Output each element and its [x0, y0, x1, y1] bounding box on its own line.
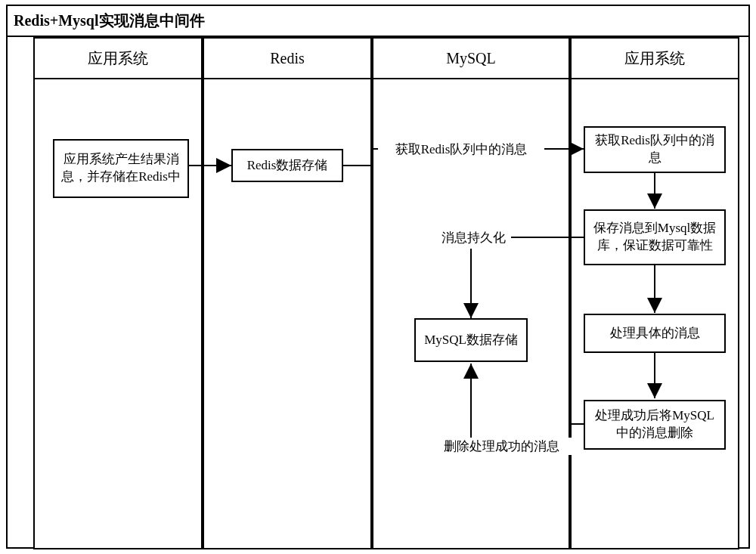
label-delete-success: 删除处理成功的消息 — [429, 438, 573, 455]
box-process-msg: 处理具体的消息 — [584, 314, 726, 353]
diagram-frame: Redis+Mysql实现消息中间件 应用系统 Redis MySQL 应用系统 — [6, 5, 750, 549]
box-save-mysql: 保存消息到Mysql数据库，保证数据可靠性 — [584, 209, 726, 265]
swimlanes: 应用系统 Redis MySQL 应用系统 — [8, 37, 748, 549]
lane-header-mysql: MySQL — [372, 37, 570, 79]
lane-header-app1: 应用系统 — [33, 37, 203, 79]
box-redis-store: Redis数据存储 — [231, 149, 343, 182]
box-delete-msg: 处理成功后将MySQL中的消息删除 — [584, 400, 726, 450]
lane-header-redis: Redis — [203, 37, 372, 79]
lane-header-app2: 应用系统 — [570, 37, 739, 79]
box-get-redis-msg: 获取Redis队列中的消息 — [584, 126, 726, 173]
label-get-redis: 获取Redis队列中的消息 — [378, 141, 544, 158]
box-mysql-store: MySQL数据存储 — [414, 318, 528, 362]
label-persist: 消息持久化 — [435, 229, 511, 246]
box-app-produce: 应用系统产生结果消息，并存储在Redis中 — [53, 139, 189, 198]
diagram-title: Redis+Mysql实现消息中间件 — [8, 6, 748, 37]
